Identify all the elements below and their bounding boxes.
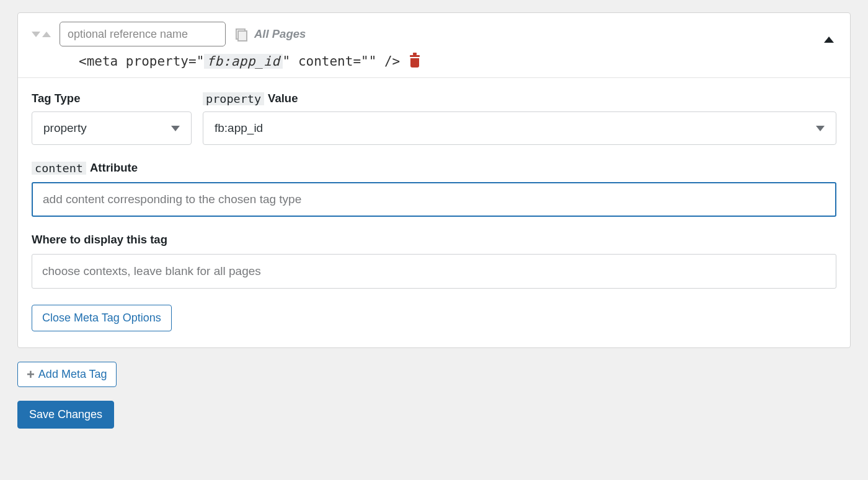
property-value-highlight: fb:app_id [204, 54, 282, 69]
panel-actions: + Add Meta Tag Save Changes [17, 362, 851, 429]
context-label: Where to display this tag [32, 233, 836, 247]
meta-tag-panel: All Pages <meta property="fb:app_id" con… [17, 12, 851, 348]
plus-icon: + [27, 370, 35, 379]
scope-label: All Pages [254, 27, 306, 41]
property-value-selected-value: fb:app_id [215, 121, 263, 135]
chevron-down-icon [816, 126, 825, 131]
trash-icon [410, 55, 420, 57]
chevron-down-icon [171, 126, 180, 131]
tagtype-selected-value: property [43, 121, 87, 135]
panel-body: Tag Type property property Value fb:app_… [18, 77, 850, 347]
close-options-button[interactable]: Close Meta Tag Options [32, 305, 172, 331]
add-meta-tag-button[interactable]: + Add Meta Tag [17, 362, 117, 387]
collapse-toggle-icon[interactable] [824, 37, 834, 43]
meta-tag-code-preview: <meta property="fb:app_id" content="" /> [18, 51, 850, 77]
context-input[interactable] [32, 254, 836, 289]
copy-icon[interactable] [234, 28, 246, 40]
panel-header: All Pages [18, 13, 850, 51]
property-value-select[interactable]: fb:app_id [203, 111, 836, 145]
content-attribute-label: content Attribute [32, 161, 836, 175]
reference-name-input[interactable] [60, 22, 226, 46]
content-attribute-input[interactable] [32, 182, 836, 217]
tagtype-label: Tag Type [32, 92, 192, 105]
sort-handle-icon[interactable] [32, 32, 51, 37]
delete-button[interactable] [410, 55, 420, 68]
add-meta-tag-label: Add Meta Tag [38, 368, 107, 381]
tagtype-select[interactable]: property [32, 111, 192, 145]
property-value-label: property Value [203, 92, 836, 105]
save-changes-button[interactable]: Save Changes [17, 401, 114, 429]
code-text: <meta property="fb:app_id" content="" /> [79, 54, 400, 69]
